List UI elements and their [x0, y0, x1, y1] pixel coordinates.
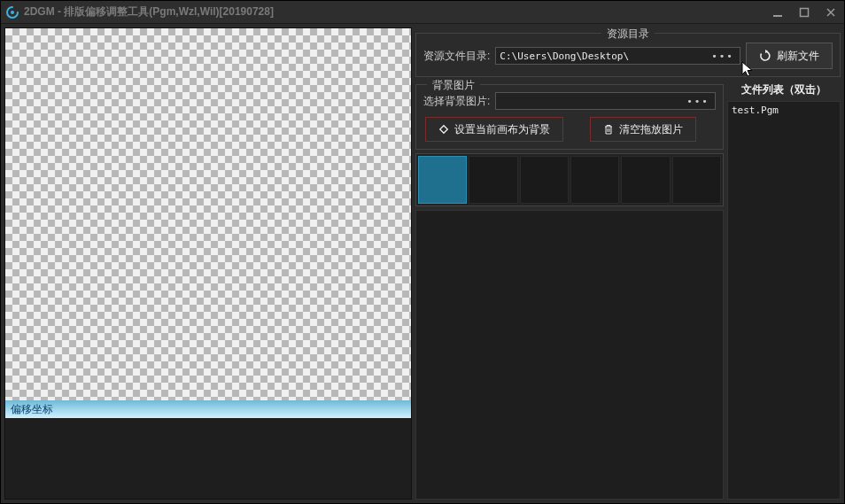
- middle-column: 背景图片 选择背景图片: •••: [415, 79, 724, 500]
- titlebar[interactable]: 2DGM - 排版偏移调整工具(Pgm,Wzl,Wil)[20190728]: [1, 1, 844, 24]
- file-list-column: 文件列表（双击） test.Pgm: [727, 79, 841, 500]
- canvas-panel: 偏移坐标: [4, 27, 412, 500]
- thumbnail-slot[interactable]: [520, 156, 569, 204]
- refresh-files-label: 刷新文件: [777, 49, 819, 64]
- svg-point-0: [11, 11, 14, 14]
- right-area: 资源目录 资源文件目录: C:\Users\Dong\Desktop\ ••• …: [415, 27, 841, 500]
- thumbnail-slot[interactable]: [672, 156, 721, 204]
- browse-resource-button[interactable]: •••: [709, 50, 736, 62]
- maximize-icon: [799, 7, 810, 18]
- window-title: 2DGM - 排版偏移调整工具(Pgm,Wzl,Wil)[20190728]: [24, 4, 764, 19]
- resource-path-label: 资源文件目录:: [423, 49, 490, 64]
- canvas-bottom-area: [5, 418, 411, 499]
- app-logo-icon: [6, 6, 19, 19]
- thumbnail-slot[interactable]: [621, 156, 670, 204]
- refresh-files-button[interactable]: 刷新文件: [746, 43, 833, 69]
- maximize-button[interactable]: [791, 1, 818, 23]
- trash-icon: [603, 124, 614, 135]
- cursor-icon: [741, 61, 756, 79]
- resource-dir-group: 资源目录 资源文件目录: C:\Users\Dong\Desktop\ ••• …: [415, 33, 841, 77]
- thumbnail-slot[interactable]: [418, 156, 467, 204]
- close-button[interactable]: [818, 1, 844, 23]
- diamond-icon: [438, 124, 449, 135]
- clear-drag-button[interactable]: 清空拖放图片: [590, 117, 696, 142]
- canvas-checkerboard: [5, 28, 411, 400]
- minimize-button[interactable]: [764, 1, 791, 23]
- browse-bg-button[interactable]: •••: [685, 96, 711, 107]
- background-legend: 背景图片: [427, 78, 480, 93]
- select-bg-label: 选择背景图片:: [423, 94, 490, 109]
- middle-fill-area: [415, 210, 724, 500]
- thumbnail-strip: [415, 153, 724, 206]
- close-icon: [826, 7, 836, 18]
- svg-rect-3: [440, 126, 447, 133]
- set-canvas-bg-label: 设置当前画布为背景: [454, 122, 550, 137]
- app-window: 2DGM - 排版偏移调整工具(Pgm,Wzl,Wil)[20190728] 偏…: [0, 0, 845, 504]
- resource-path-value: C:\Users\Dong\Desktop\: [500, 50, 629, 62]
- canvas-area[interactable]: 偏移坐标: [5, 28, 411, 418]
- offset-coord-bar: 偏移坐标: [5, 400, 411, 418]
- set-canvas-bg-button[interactable]: 设置当前画布为背景: [425, 117, 563, 142]
- svg-rect-2: [801, 8, 809, 16]
- file-list-item[interactable]: test.Pgm: [732, 104, 836, 117]
- thumbnail-slot[interactable]: [469, 156, 517, 204]
- resource-dir-legend: 资源目录: [601, 27, 655, 42]
- window-controls: [764, 1, 844, 23]
- refresh-icon: [759, 50, 771, 62]
- clear-drag-label: 清空拖放图片: [619, 122, 683, 137]
- window-body: 偏移坐标 资源目录 资源文件目录: C:\Users\Dong\Desktop\…: [1, 24, 844, 503]
- offset-coord-label: 偏移坐标: [11, 403, 53, 415]
- svg-rect-1: [773, 15, 782, 17]
- file-list-header: 文件列表（双击）: [727, 79, 841, 101]
- resource-path-input[interactable]: C:\Users\Dong\Desktop\ •••: [495, 47, 740, 65]
- minimize-icon: [772, 7, 783, 18]
- file-list[interactable]: test.Pgm: [727, 101, 841, 500]
- select-bg-input[interactable]: •••: [495, 92, 716, 110]
- background-group: 背景图片 选择背景图片: •••: [415, 84, 724, 150]
- thumbnail-slot[interactable]: [570, 156, 619, 204]
